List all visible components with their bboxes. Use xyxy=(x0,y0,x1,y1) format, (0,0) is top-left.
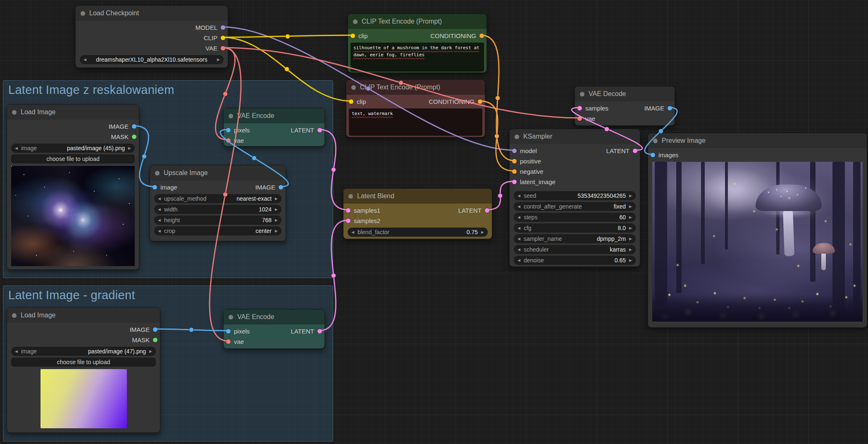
node-header[interactable]: VAE Encode xyxy=(224,310,324,324)
input-slot-vae[interactable] xyxy=(226,138,231,143)
input-slot-vae[interactable] xyxy=(226,339,231,344)
arrow-right-icon[interactable]: ▶ xyxy=(275,229,278,233)
output-slot-clip[interactable] xyxy=(221,36,225,40)
output-slot-latent[interactable] xyxy=(485,208,489,213)
output-slot-latent[interactable] xyxy=(317,128,322,132)
arrow-left-icon[interactable]: ◀ xyxy=(351,230,354,234)
node-collapse-dot[interactable] xyxy=(155,171,160,175)
node-collapse-dot[interactable] xyxy=(515,134,519,139)
node-header[interactable]: VAE Encode xyxy=(224,108,324,123)
output-slot-conditioning[interactable] xyxy=(478,99,482,104)
widget-ckpt-name[interactable]: ◀ dreamshaperXL10_alpha2Xl10.safetensors… xyxy=(80,55,224,64)
widget-seed[interactable]: ◀ seed 535349223504265 ▶ xyxy=(514,191,636,200)
choose-file-button[interactable]: choose file to upload xyxy=(11,358,156,367)
arrow-right-icon[interactable]: ▶ xyxy=(629,248,632,252)
node-clip-text-encode-negative[interactable]: CLIP Text Encode (Prompt) clip CONDITION… xyxy=(346,79,485,137)
arrow-right-icon[interactable]: ▶ xyxy=(629,194,632,198)
arrow-left-icon[interactable]: ◀ xyxy=(517,216,520,219)
arrow-left-icon[interactable]: ◀ xyxy=(517,259,520,262)
widget-scheduler[interactable]: ◀ scheduler karras ▶ xyxy=(514,245,636,254)
node-collapse-dot[interactable] xyxy=(353,19,358,24)
node-vae-encode-1[interactable]: VAE Encode pixels LATENT vae xyxy=(223,108,325,146)
output-slot-image[interactable] xyxy=(279,185,283,190)
node-collapse-dot[interactable] xyxy=(12,110,17,115)
arrow-right-icon[interactable]: ▶ xyxy=(629,259,632,262)
node-vae-encode-2[interactable]: VAE Encode pixels LATENT vae xyxy=(223,309,325,349)
node-header[interactable]: KSampler xyxy=(510,129,640,144)
widget-blend-factor[interactable]: ◀ blend_factor 0.75 ▶ xyxy=(348,228,488,237)
widget-height[interactable]: ◀ height 768 ▶ xyxy=(154,216,281,225)
prompt-textarea[interactable]: silhouette of a mushroom in the dark for… xyxy=(351,43,484,72)
arrow-left-icon[interactable]: ◀ xyxy=(517,248,520,252)
node-header[interactable]: Load Image xyxy=(7,308,160,323)
node-header[interactable]: Upscale Image xyxy=(150,166,286,180)
node-header[interactable]: VAE Decode xyxy=(575,86,675,101)
node-collapse-dot[interactable] xyxy=(580,92,584,96)
node-clip-text-encode-positive[interactable]: CLIP Text Encode (Prompt) clip CONDITION… xyxy=(348,14,487,73)
input-slot-samples2[interactable] xyxy=(346,218,351,223)
output-slot-image[interactable] xyxy=(668,106,672,110)
widget-image-filename[interactable]: ◀ image pasted/image (45).png ▶ xyxy=(11,144,135,153)
node-collapse-dot[interactable] xyxy=(229,315,233,319)
node-collapse-dot[interactable] xyxy=(229,114,233,118)
arrow-left-icon[interactable]: ◀ xyxy=(517,237,520,241)
output-slot-image[interactable] xyxy=(153,327,157,332)
output-slot-latent[interactable] xyxy=(633,149,637,153)
node-header[interactable]: Preview Image xyxy=(648,133,867,148)
input-slot-positive[interactable] xyxy=(512,159,517,163)
arrow-right-icon[interactable]: ▶ xyxy=(481,230,484,234)
node-header[interactable]: CLIP Text Encode (Prompt) xyxy=(346,80,485,95)
output-slot-model[interactable] xyxy=(221,25,225,30)
group-title[interactable]: Latent Image - gradient xyxy=(3,286,333,305)
widget-width[interactable]: ◀ width 1024 ▶ xyxy=(154,205,281,214)
node-collapse-dot[interactable] xyxy=(351,85,356,90)
input-slot-samples[interactable] xyxy=(577,106,582,110)
node-vae-decode[interactable]: VAE Decode samples IMAGE vae xyxy=(575,86,675,126)
arrow-left-icon[interactable]: ◀ xyxy=(158,208,161,211)
node-preview-image[interactable]: Preview Image images xyxy=(648,133,867,328)
input-slot-images[interactable] xyxy=(651,153,655,157)
input-slot-clip[interactable] xyxy=(349,99,353,104)
arrow-right-icon[interactable]: ▶ xyxy=(128,146,131,150)
arrow-right-icon[interactable]: ▶ xyxy=(275,208,278,211)
node-collapse-dot[interactable] xyxy=(81,11,85,16)
arrow-left-icon[interactable]: ◀ xyxy=(15,350,18,353)
node-collapse-dot[interactable] xyxy=(12,313,17,318)
input-slot-clip[interactable] xyxy=(351,34,355,38)
node-header[interactable]: Load Image xyxy=(7,105,139,120)
arrow-left-icon[interactable]: ◀ xyxy=(517,205,520,209)
choose-file-button[interactable]: choose file to upload xyxy=(11,154,135,163)
node-header[interactable]: Latent Blend xyxy=(343,189,492,204)
node-header[interactable]: CLIP Text Encode (Prompt) xyxy=(348,14,486,29)
input-slot-model[interactable] xyxy=(512,149,517,153)
arrow-right-icon[interactable]: ▶ xyxy=(275,218,278,222)
output-slot-mask[interactable] xyxy=(153,338,157,342)
arrow-right-icon[interactable]: ▶ xyxy=(629,226,632,230)
arrow-right-icon[interactable]: ▶ xyxy=(217,58,220,62)
output-slot-vae[interactable] xyxy=(221,46,225,50)
widget-control-after-generate[interactable]: ◀ control_after_generate fixed ▶ xyxy=(514,202,636,211)
input-slot-pixels[interactable] xyxy=(226,128,231,132)
node-load-image-1[interactable]: Load Image IMAGE MASK ◀ image pasted/ima… xyxy=(7,104,139,270)
output-slot-conditioning[interactable] xyxy=(479,34,484,38)
widget-crop[interactable]: ◀ crop center ▶ xyxy=(154,226,281,235)
node-graph-canvas[interactable]: Latent Image z reskalowaniem Latent Imag… xyxy=(0,0,868,444)
widget-upscale-method[interactable]: ◀ upscale_method nearest-exact ▶ xyxy=(154,194,281,203)
arrow-right-icon[interactable]: ▶ xyxy=(149,350,152,353)
node-latent-blend[interactable]: Latent Blend samples1 LATENT samples2 ◀ … xyxy=(343,188,492,239)
input-slot-latent-image[interactable] xyxy=(512,180,517,184)
arrow-right-icon[interactable]: ▶ xyxy=(275,197,278,201)
node-ksampler[interactable]: KSampler model LATENT positive negative … xyxy=(509,129,640,267)
arrow-left-icon[interactable]: ◀ xyxy=(158,218,161,222)
input-slot-image[interactable] xyxy=(153,185,157,190)
input-slot-negative[interactable] xyxy=(512,169,517,174)
arrow-left-icon[interactable]: ◀ xyxy=(517,226,520,230)
input-slot-vae[interactable] xyxy=(577,116,582,121)
arrow-right-icon[interactable]: ▶ xyxy=(629,237,632,241)
arrow-right-icon[interactable]: ▶ xyxy=(629,205,632,209)
output-slot-mask[interactable] xyxy=(132,134,136,139)
arrow-left-icon[interactable]: ◀ xyxy=(517,194,520,198)
prompt-textarea[interactable]: text, watermark xyxy=(349,108,482,136)
output-slot-image[interactable] xyxy=(132,124,136,129)
widget-denoise[interactable]: ◀ denoise 0.65 ▶ xyxy=(514,256,636,265)
